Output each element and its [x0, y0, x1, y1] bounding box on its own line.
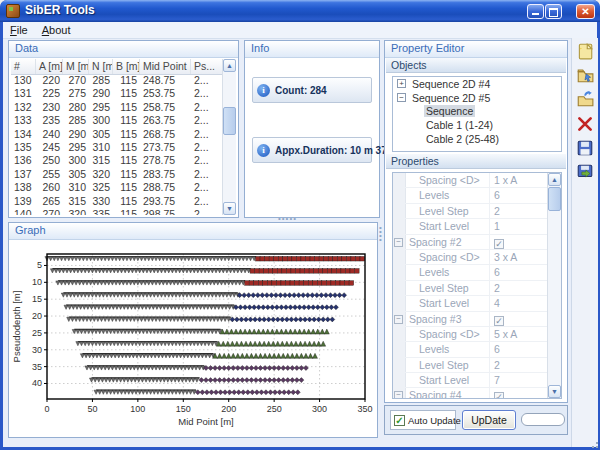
table-cell: 305: [63, 168, 89, 181]
menu-item-about[interactable]: About: [35, 23, 78, 37]
scrollbar-thumb[interactable]: [223, 107, 236, 135]
close-button[interactable]: ✕: [576, 4, 595, 19]
table-row[interactable]: 132230280295115258.752...: [11, 101, 223, 114]
property-row[interactable]: Start Level1: [405, 219, 548, 234]
scroll-up-icon[interactable]: ▲: [223, 59, 236, 72]
duration-info-box: i Appx.Duration: 10 m 37 s: [252, 137, 372, 163]
property-label: Start Level: [405, 219, 490, 233]
property-row[interactable]: −Spacing #2✓: [405, 235, 548, 250]
vertical-splitter[interactable]: ••••: [379, 226, 383, 242]
menu-item-file[interactable]: File: [3, 23, 35, 37]
property-row[interactable]: Levels6: [405, 265, 548, 280]
table-row[interactable]: 135245295310115273.752...: [11, 141, 223, 154]
property-row[interactable]: Spacing <D>1 x A: [405, 173, 548, 188]
tree-item[interactable]: +Sequence 2D #4: [393, 77, 561, 91]
property-label: Spacing <D>: [405, 173, 490, 187]
delete-icon[interactable]: [576, 115, 594, 133]
table-row[interactable]: 130220270285115248.752...: [11, 74, 223, 87]
scroll-down-icon[interactable]: ▼: [548, 385, 561, 398]
tree-item[interactable]: Cable 1 (1-24): [393, 118, 561, 132]
svg-text:250: 250: [267, 404, 282, 414]
import-folder-icon[interactable]: [576, 90, 594, 108]
table-cell: 245: [36, 141, 63, 154]
save-icon[interactable]: [576, 139, 594, 157]
property-row[interactable]: Level Step2: [405, 358, 548, 373]
column-header[interactable]: A [m]: [36, 59, 63, 74]
collapse-icon[interactable]: −: [397, 93, 406, 102]
menu-bar: FileAbout: [3, 22, 597, 39]
column-header[interactable]: M [m]: [63, 59, 89, 74]
column-header[interactable]: N [m]: [89, 59, 113, 74]
property-value: 2: [490, 358, 548, 372]
property-label: Spacing <D>: [405, 250, 490, 264]
minimize-button[interactable]: [527, 4, 544, 19]
table-cell: 135: [11, 141, 36, 154]
property-row[interactable]: Level Step2: [405, 281, 548, 296]
update-button[interactable]: UpDate: [462, 410, 516, 430]
table-row[interactable]: 138260310325115288.752...: [11, 181, 223, 194]
table-cell: 300: [89, 114, 113, 127]
scrollbar-thumb[interactable]: [548, 187, 561, 211]
save-export-icon[interactable]: [576, 163, 594, 181]
properties-scrollbar[interactable]: ▲ ▼: [547, 173, 561, 398]
tree-item[interactable]: Cable 2 (25-48): [393, 132, 561, 146]
data-table-scrollbar[interactable]: ▲ ▼: [222, 59, 236, 215]
collapse-icon[interactable]: −: [394, 391, 403, 398]
table-row[interactable]: 131225275290115253.752...: [11, 87, 223, 100]
horizontal-splitter[interactable]: •••••: [278, 217, 297, 221]
collapse-icon[interactable]: −: [394, 315, 403, 324]
column-header[interactable]: #: [11, 59, 36, 74]
column-header[interactable]: Mid Point [m]: [140, 59, 191, 74]
table-cell: 315: [89, 154, 113, 167]
table-row[interactable]: 134240290305115268.752...: [11, 128, 223, 141]
property-row[interactable]: Levels6: [405, 342, 548, 357]
property-row[interactable]: Levels6: [405, 188, 548, 203]
auto-update-checkbox[interactable]: ✓: [394, 415, 405, 426]
collapse-icon[interactable]: −: [394, 238, 403, 247]
table-cell: 275: [63, 87, 89, 100]
checked-checkbox-icon: ✓: [494, 392, 504, 398]
pseudosection-chart: 050100150200250300350510152025303540Mid …: [11, 241, 375, 436]
table-cell: 295: [89, 101, 113, 114]
table-cell: 335: [89, 208, 113, 215]
minimize-icon: [532, 13, 539, 15]
scroll-up-icon[interactable]: ▲: [548, 173, 561, 186]
info-icon: i: [257, 84, 270, 97]
property-row[interactable]: Level Step2: [405, 204, 548, 219]
auto-update-box[interactable]: ✓ Auto Update: [390, 410, 456, 430]
svg-text:200: 200: [221, 404, 236, 414]
count-info-box: i Count: 284: [252, 77, 372, 103]
expand-icon[interactable]: +: [397, 79, 406, 88]
property-row[interactable]: −Spacing #4✓: [405, 388, 548, 398]
property-row[interactable]: −Spacing #3✓: [405, 312, 548, 327]
property-row[interactable]: Spacing <D>3 x A: [405, 250, 548, 265]
new-sequence-icon[interactable]: [576, 42, 594, 60]
property-label: Level Step: [405, 281, 490, 295]
table-cell: 2...: [191, 181, 223, 194]
property-label: Spacing #2: [405, 235, 490, 249]
auto-update-label: Auto Update: [408, 415, 461, 426]
property-row[interactable]: Start Level7: [405, 373, 548, 388]
maximize-button[interactable]: [545, 4, 562, 19]
count-label: Count:: [275, 85, 307, 96]
tree-item[interactable]: Sequence: [393, 105, 561, 119]
property-label: Level Step: [405, 358, 490, 372]
table-cell: 2...: [191, 141, 223, 154]
column-header[interactable]: B [m]: [113, 59, 140, 74]
table-row[interactable]: 137255305320115283.752...: [11, 168, 223, 181]
title-bar[interactable]: SibER Tools ✕: [0, 0, 600, 22]
property-row[interactable]: Spacing <D>5 x A: [405, 327, 548, 342]
scroll-down-icon[interactable]: ▼: [223, 202, 236, 215]
table-cell: 320: [63, 208, 89, 215]
table-row[interactable]: 140270320335115298.752...: [11, 208, 223, 215]
tree-item-label: Cable 1 (1-24): [424, 119, 495, 131]
open-folder-icon[interactable]: [576, 66, 594, 84]
property-row[interactable]: Start Level4: [405, 296, 548, 311]
table-row[interactable]: 136250300315115278.752...: [11, 154, 223, 167]
data-table: #A [m]M [m]N [m]B [m]Mid Point [m]Ps... …: [11, 59, 236, 215]
table-row[interactable]: 133235285300115263.752...: [11, 114, 223, 127]
table-row[interactable]: 139265315330115293.752...: [11, 195, 223, 208]
resize-grip[interactable]: [589, 439, 599, 449]
tree-item-label: Cable 2 (25-48): [424, 133, 501, 145]
tree-item[interactable]: −Sequence 2D #5: [393, 91, 561, 105]
